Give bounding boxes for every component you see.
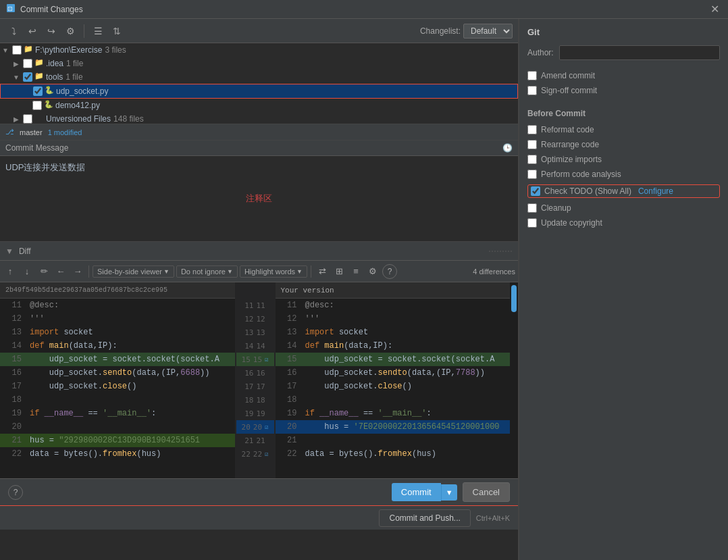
- cancel-button[interactable]: Cancel: [463, 482, 510, 502]
- author-input[interactable]: [559, 45, 720, 60]
- diff-right[interactable]: Your version 11 @desc: 12 ''' 13: [276, 282, 511, 478]
- count-root: 3 files: [105, 45, 126, 55]
- commit-msg-hint: 注释区: [246, 193, 272, 205]
- tree-item-root[interactable]: ▼ 📁 F:\python\Exercise 3 files: [0, 43, 518, 57]
- diff-scrollbar[interactable]: [510, 282, 518, 478]
- file-tree: ▼ 📁 F:\python\Exercise 3 files ▶ 📁 .idea…: [0, 43, 518, 124]
- tree-item-demo412[interactable]: 🐍 demo412.py: [0, 99, 518, 112]
- diff-left-line-11: 11 @desc:: [0, 299, 235, 312]
- diff-right-line-18: 18: [276, 393, 511, 407]
- diff-down-icon[interactable]: ↓: [20, 264, 34, 279]
- commit-button-group: Commit ▼: [392, 483, 457, 501]
- label-demo: demo412.py: [55, 101, 100, 110]
- arrow-tools: ▼: [11, 74, 22, 81]
- bottom-action-bar: ? Commit ▼ Cancel: [0, 478, 518, 505]
- viewer-mode-chevron: ▼: [163, 268, 170, 275]
- signoff-commit-checkbox[interactable]: [527, 86, 537, 95]
- highlight-words-btn[interactable]: Highlight words ▼: [240, 265, 307, 278]
- settings-diff-btn[interactable]: ⚙: [365, 264, 380, 279]
- rearrange-checkbox[interactable]: [527, 140, 537, 149]
- amend-commit-checkbox[interactable]: [527, 71, 537, 80]
- diff-next-icon[interactable]: →: [70, 264, 85, 279]
- viewer-mode-btn[interactable]: Side-by-side viewer ▼: [93, 265, 174, 278]
- arrow-root: ▼: [0, 47, 11, 54]
- sort-icon[interactable]: ⇅: [109, 23, 125, 39]
- diff-prev-icon[interactable]: ←: [53, 264, 68, 279]
- count-tools: 1 file: [66, 72, 82, 82]
- label-root: F:\python\Exercise: [35, 45, 102, 55]
- diff-left-line-16: 16 udp_socket.sendto(data,(IP,6688)): [0, 366, 235, 380]
- commit-button[interactable]: Commit: [392, 483, 441, 501]
- checkbox-root[interactable]: [12, 45, 22, 55]
- commit-message-section: Commit Message 🕒 UDP连接并发送数据 注释区: [0, 141, 518, 242]
- perform-checkbox[interactable]: [527, 170, 537, 179]
- reformat-checkbox[interactable]: [527, 125, 537, 134]
- cleanup-checkbox[interactable]: [527, 203, 537, 213]
- commit-push-button[interactable]: Commit and Push...: [379, 509, 470, 527]
- highlight-words-label: Highlight words: [244, 268, 295, 276]
- changelist-select[interactable]: Default: [463, 24, 513, 39]
- checkbox-idea[interactable]: [23, 59, 32, 68]
- tree-item-udp-socket[interactable]: 🐍 udp_socket.py: [0, 84, 518, 99]
- diff-expand-icon[interactable]: ▼: [5, 247, 14, 256]
- titlebar: ⊡ Commit Changes ✕: [0, 0, 728, 19]
- diff-header: ▼ Diff ⋯⋯⋯: [0, 242, 518, 261]
- tree-item-idea[interactable]: ▶ 📁 .idea 1 file: [0, 57, 518, 70]
- unified-btn[interactable]: ≡: [348, 264, 363, 279]
- diff-left-line-14: 14 def main(data,IP):: [0, 339, 235, 353]
- diff-right-header: Your version: [276, 282, 511, 299]
- configure-link[interactable]: Configure: [638, 186, 673, 196]
- diff-left[interactable]: 2b49f549b5d1ee29637aa05ed76687bc8c2ce995…: [0, 282, 235, 478]
- before-commit-title: Before Commit: [527, 109, 720, 118]
- reformat-option: Reformat code: [527, 125, 720, 134]
- diff-edit-icon[interactable]: ✏: [36, 264, 51, 279]
- tree-item-unversioned[interactable]: ▶ Unversioned Files 148 files: [0, 112, 518, 124]
- diff-viewer: 2b49f549b5d1ee29637aa05ed76687bc8c2ce995…: [0, 282, 518, 478]
- py-icon-demo: 🐍: [43, 100, 54, 111]
- undo-icon[interactable]: ↩: [24, 23, 41, 39]
- separator: [84, 24, 84, 38]
- viewer-mode-label: Side-by-side viewer: [97, 268, 162, 276]
- commit-dropdown-button[interactable]: ▼: [441, 484, 457, 501]
- modified-count[interactable]: 1 modified: [48, 128, 82, 136]
- tree-item-tools[interactable]: ▼ 📁 tools 1 file: [0, 70, 518, 84]
- help-diff-btn[interactable]: ?: [382, 264, 397, 279]
- clock-icon[interactable]: 🕒: [502, 143, 513, 153]
- redo-icon[interactable]: ↪: [43, 23, 59, 39]
- checkbox-demo[interactable]: [32, 101, 42, 110]
- diff-right-line-21: 21: [276, 434, 511, 447]
- folder-icon-tools: 📁: [34, 72, 45, 82]
- check-todo-checkbox[interactable]: [531, 186, 540, 196]
- close-button[interactable]: ✕: [706, 1, 723, 18]
- cleanup-label: Cleanup: [541, 203, 571, 213]
- check-todo-label: Check TODO (Show All): [544, 186, 631, 196]
- ignore-mode-btn[interactable]: Do not ignore ▼: [176, 265, 238, 278]
- diff-sep2: [311, 265, 311, 278]
- help-button[interactable]: ?: [8, 485, 23, 500]
- perform-option: Perform code analysis: [527, 170, 720, 179]
- diff-up-icon[interactable]: ↑: [3, 264, 18, 279]
- diff-left-line-20: 20: [0, 420, 235, 434]
- check-todo-option: Check TODO (Show All) Configure: [527, 184, 720, 198]
- diff-left-hash: 2b49f549b5d1ee29637aa05ed76687bc8c2ce995: [5, 286, 167, 294]
- ignore-mode-label: Do not ignore: [181, 268, 226, 276]
- move-icon[interactable]: ⤵: [5, 23, 22, 39]
- settings-icon[interactable]: ⚙: [62, 23, 78, 39]
- side-by-side-btn[interactable]: ⊞: [332, 264, 346, 279]
- checkbox-unversioned[interactable]: [23, 114, 32, 124]
- diff-left-line-15: 15 udp_socket = socket.socket(socket.A: [0, 353, 235, 366]
- titlebar-text: Commit Changes: [20, 5, 83, 14]
- diff-right-line-17: 17 udp_socket.close(): [276, 380, 511, 393]
- ignore-mode-chevron: ▼: [227, 268, 233, 275]
- git-branch-icon: ⎇: [5, 128, 14, 136]
- checkbox-udp[interactable]: [33, 86, 43, 96]
- update-copyright-checkbox[interactable]: [527, 218, 537, 228]
- diff-left-line-12: 12 ''': [0, 312, 235, 326]
- flatten-icon[interactable]: ☰: [90, 23, 106, 39]
- highlight-words-chevron: ▼: [296, 268, 303, 275]
- optimize-checkbox[interactable]: [527, 155, 537, 164]
- diff-left-line-19: 19 if __name__ == '__main__':: [0, 407, 235, 420]
- sync-scroll-btn[interactable]: ⇄: [315, 264, 330, 279]
- count-unversioned: 148 files: [113, 114, 144, 124]
- checkbox-tools[interactable]: [23, 72, 32, 82]
